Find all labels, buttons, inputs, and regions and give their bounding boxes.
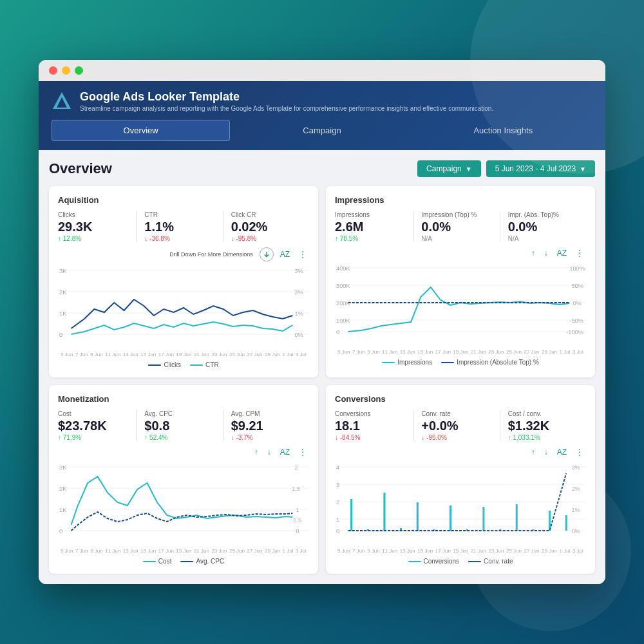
sort-az-button[interactable]: AZ [278, 249, 292, 260]
cpc-label: Avg. CPC [144, 410, 214, 417]
cost-value: $23.78K [58, 419, 128, 433]
content-area: Overview Campaign ▼ 5 Jun 2023 - 4 Jul 2… [39, 150, 605, 584]
svg-text:0: 0 [59, 528, 62, 535]
conversions-chart-controls: ↑ ↓ AZ ⋮ [335, 446, 586, 458]
svg-text:2: 2 [294, 464, 298, 471]
legend-impressions: Impressions [382, 359, 432, 366]
sort-desc-button3[interactable]: ↓ [265, 446, 274, 458]
more-options-button4[interactable]: ⋮ [573, 446, 586, 458]
minimize-button[interactable] [62, 66, 70, 75]
more-options-button3[interactable]: ⋮ [296, 446, 309, 458]
monetization-x-labels: 5 Jun7 Jun9 Jun11 Jun13 Jun15 Jun17 Jun1… [58, 548, 309, 554]
svg-text:0: 0 [336, 528, 339, 535]
cpm-label: Avg. CPM [231, 410, 301, 417]
svg-text:3%: 3% [571, 464, 580, 471]
clickcr-metric: Click CR 0.02% ↓ -95.8% [223, 211, 309, 242]
drill-down-circle-icon[interactable] [260, 247, 274, 261]
sort-asc-button[interactable]: ↑ [529, 247, 538, 259]
ctr-value: 1.1% [144, 220, 214, 234]
legend-cost: Cost [143, 558, 172, 565]
monetization-card: Monetization Cost $23.78K ↑ 71.9% Avg. C… [49, 385, 318, 574]
svg-text:200K: 200K [336, 300, 350, 307]
svg-text:0.5: 0.5 [293, 517, 301, 524]
cpc-value: $0.8 [144, 419, 214, 433]
impressions-chart: 400K 300K 200K 100K 0 100% 50% 0% -50% -… [335, 261, 586, 348]
cpc-change: ↑ 52.4% [144, 434, 214, 441]
svg-text:3%: 3% [294, 268, 303, 274]
conversions-legend-dot [408, 561, 421, 562]
aquisition-x-labels: 5 Jun7 Jun9 Jun11 Jun13 Jun15 Jun17 Jun1… [58, 352, 309, 357]
sort-desc-button4[interactable]: ↓ [542, 446, 551, 458]
impressions-title: Impressions [335, 195, 586, 205]
header-top: Google Ads Looker Template Streamline ca… [52, 90, 592, 112]
more-options-button[interactable]: ⋮ [296, 249, 309, 260]
svg-text:1: 1 [336, 516, 339, 523]
cpc-metric: Avg. CPC $0.8 ↑ 52.4% [136, 410, 222, 441]
conv-rate-change: ↓ -95.0% [421, 434, 491, 441]
legend-imp-abs: Impression (Absolute Top) % [441, 359, 539, 366]
svg-text:1%: 1% [571, 507, 580, 513]
chevron-down-icon: ▼ [466, 166, 472, 173]
tab-campaign[interactable]: Campaign [232, 120, 411, 141]
svg-text:2K: 2K [59, 289, 66, 296]
aquisition-chart: 3K 2K 1K 0 3% 2% 1% 0% [58, 264, 309, 350]
aquisition-legend: Clicks CTR [58, 361, 309, 368]
ctr-metric: CTR 1.1% ↓ -36.8% [136, 211, 222, 242]
maximize-button[interactable] [75, 66, 83, 75]
svg-text:0: 0 [336, 329, 339, 336]
cpm-change: ↓ -3.7% [231, 434, 301, 441]
monetization-metrics: Cost $23.78K ↑ 71.9% Avg. CPC $0.8 ↑ 52.… [58, 410, 309, 441]
ctr-label: CTR [144, 211, 214, 218]
close-button[interactable] [49, 66, 57, 75]
conv-rate-value: +0.0% [421, 419, 491, 433]
conversions-legend-label: Conversions [424, 558, 460, 565]
app-header: Google Ads Looker Template Streamline ca… [39, 81, 605, 150]
monetization-title: Monetization [58, 394, 309, 404]
conv-rate-metric: Conv. rate +0.0% ↓ -95.0% [413, 410, 499, 441]
impressions-card: Impressions Impressions 2.6M ↑ 78.5% Imp… [326, 186, 595, 377]
cost-conv-metric: Cost / conv. $1.32K ↑ 1,033.1% [500, 410, 586, 441]
conversions-label: Conversions [335, 410, 405, 417]
cost-legend-label: Cost [158, 558, 172, 565]
tab-auction-insights[interactable]: Auction Insights [414, 120, 592, 141]
svg-text:1K: 1K [59, 310, 66, 317]
page-title: Overview [49, 160, 112, 177]
clicks-legend-label: Clicks [164, 361, 181, 368]
clickcr-label: Click CR [231, 211, 301, 218]
more-options-button2[interactable]: ⋮ [573, 247, 586, 259]
impressions-value: 2.6M [335, 220, 405, 234]
svg-text:0%: 0% [573, 300, 581, 307]
campaign-filter[interactable]: Campaign ▼ [417, 160, 481, 177]
date-filter[interactable]: 5 Jun 2023 - 4 Jul 2023 ▼ [486, 160, 595, 177]
imp-abs-metric: Impr. (Abs. Top)% 0.0% N/A [500, 211, 586, 242]
impressions-x-labels: 5 Jun7 Jun9 Jun11 Jun13 Jun15 Jun17 Jun1… [335, 349, 586, 355]
clicks-metric: Clicks 29.3K ↑ 12.8% [58, 211, 136, 242]
sort-az-button2[interactable]: AZ [554, 247, 569, 259]
tab-overview[interactable]: Overview [52, 120, 230, 141]
sort-az-button4[interactable]: AZ [554, 446, 569, 458]
impressions-change: ↑ 78.5% [335, 235, 405, 242]
cost-conv-label: Cost / conv. [508, 410, 578, 417]
cost-metric: Cost $23.78K ↑ 71.9% [58, 410, 136, 441]
imp-abs-legend-dot [441, 362, 454, 363]
clicks-value: 29.3K [58, 220, 128, 234]
conv-rate-legend-label: Conv. rate [484, 558, 513, 565]
conversions-chart: 4 3 2 1 0 3% 2% 1% 0% [335, 460, 586, 547]
sort-desc-button[interactable]: ↓ [542, 247, 551, 259]
svg-text:0: 0 [296, 528, 299, 535]
svg-text:4: 4 [336, 464, 339, 471]
conversions-legend: Conversions Conv. rate [335, 558, 586, 565]
monetization-chart-controls: ↑ ↓ AZ ⋮ [58, 446, 309, 458]
ctr-change: ↓ -36.8% [144, 235, 214, 242]
sort-az-button3[interactable]: AZ [278, 446, 292, 458]
sort-asc-button4[interactable]: ↑ [529, 446, 538, 458]
svg-text:2K: 2K [59, 486, 66, 492]
impressions-legend-dot [382, 362, 395, 363]
monetization-legend: Cost Avg. CPC [58, 558, 309, 565]
legend-conversions: Conversions [408, 558, 460, 565]
conv-rate-legend-dot [468, 561, 481, 562]
imp-top-label: Impression (Top) % [421, 211, 491, 218]
conv-rate-label: Conv. rate [421, 410, 491, 417]
sort-asc-button3[interactable]: ↑ [252, 446, 261, 458]
aquisition-card: Aquisition Clicks 29.3K ↑ 12.8% CTR 1.1%… [49, 186, 318, 377]
